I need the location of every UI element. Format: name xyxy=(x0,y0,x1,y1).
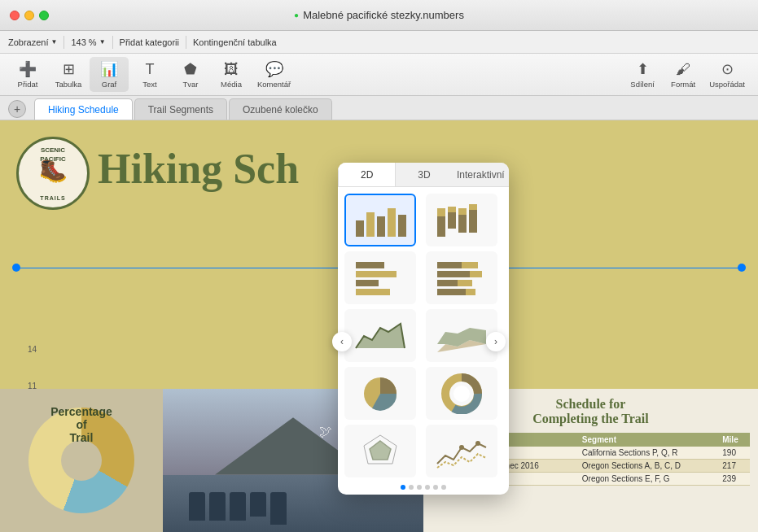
chart-option-area-stacked[interactable] xyxy=(426,309,497,362)
cell-mile-1: 190 xyxy=(718,447,750,460)
share-toolbar-button[interactable]: ⬆ Sdílení xyxy=(623,57,662,92)
share-icon: ⬆ xyxy=(637,60,649,78)
fullscreen-button[interactable] xyxy=(39,11,49,20)
picker-prev-button[interactable]: ‹ xyxy=(332,332,352,351)
format-icon: 🖌 xyxy=(676,61,690,78)
traffic-lights xyxy=(0,11,49,20)
person-4 xyxy=(250,492,266,517)
svg-rect-8 xyxy=(448,207,456,212)
tab-ozubene[interactable]: Ozubené kolečko xyxy=(229,98,332,120)
chart-picker-popup: 2D 3D Interaktivní xyxy=(338,163,509,495)
chart-options-grid xyxy=(338,187,509,480)
donut-chart-icon xyxy=(433,373,490,414)
top-toolbar: Zobrazení ▼ 143 % ▼ Přidat kategorii Kon… xyxy=(0,31,758,54)
picker-tab-3d[interactable]: 3D xyxy=(396,163,452,186)
add-toolbar-button[interactable]: ➕ Přidat xyxy=(8,57,47,92)
titlebar: ● Malebné pacifické stezky.numbers xyxy=(0,0,758,31)
chart-option-horiz-stacked[interactable] xyxy=(426,251,497,304)
chart-icon: 📊 xyxy=(100,60,118,78)
y-label-14: 14 xyxy=(28,345,37,354)
svg-rect-16 xyxy=(356,289,390,295)
picker-dot-4[interactable] xyxy=(425,485,430,490)
view-arrow-icon: ▼ xyxy=(51,38,58,46)
table-toolbar-button[interactable]: ⊞ Tabulka xyxy=(49,57,88,92)
logo-container: SCENICPACIFIC 🥾 TRAILS xyxy=(16,137,90,210)
picker-dot-3[interactable] xyxy=(417,485,422,490)
bird-icon: 🕊 xyxy=(319,425,332,439)
svg-rect-15 xyxy=(356,280,379,286)
chart-option-horiz-bar[interactable] xyxy=(344,251,416,304)
add-category-button[interactable]: Přidat kategorii xyxy=(120,37,179,47)
svg-rect-3 xyxy=(388,208,396,237)
svg-marker-32 xyxy=(370,441,391,460)
svg-rect-0 xyxy=(356,220,364,237)
svg-rect-19 xyxy=(437,271,470,277)
pie-title: Percentage of Trail xyxy=(0,405,163,444)
pie-center xyxy=(61,440,102,481)
svg-rect-1 xyxy=(366,212,375,237)
pie-chart-icon xyxy=(352,373,409,414)
radar-chart-icon xyxy=(352,431,409,472)
svg-rect-2 xyxy=(377,216,385,237)
size-arrow-icon: ▼ xyxy=(99,38,106,46)
organize-toolbar-button[interactable]: ⊙ Uspořádat xyxy=(704,57,750,92)
picker-dot-1[interactable] xyxy=(401,485,405,490)
comment-toolbar-button[interactable]: 💬 Komentář xyxy=(252,57,296,92)
format-toolbar-button[interactable]: 🖌 Formát xyxy=(664,58,703,92)
col-mile: Mile xyxy=(718,433,750,447)
tabs-bar: + Hiking Schedule Trail Segments Ozubené… xyxy=(0,96,758,120)
person-5 xyxy=(270,492,287,525)
view-button[interactable]: Zobrazení ▼ xyxy=(8,37,57,47)
media-icon: 🖼 xyxy=(224,61,239,78)
size-button[interactable]: 143 % ▼ xyxy=(71,37,105,47)
chart-option-bar[interactable] xyxy=(344,194,416,246)
text-icon: T xyxy=(146,61,155,78)
table-icon: ⊞ xyxy=(63,60,75,78)
selection-handle-right[interactable] xyxy=(738,264,746,272)
svg-point-34 xyxy=(475,441,480,446)
picker-tab-2d[interactable]: 2D xyxy=(338,163,396,186)
chart-option-donut[interactable] xyxy=(426,367,497,420)
tab-hiking-schedule[interactable]: Hiking Schedule xyxy=(34,98,133,120)
chart-option-line[interactable] xyxy=(426,425,497,477)
selection-handle-left[interactable] xyxy=(12,264,20,272)
pivot-button[interactable]: Kontingenční tabulka xyxy=(193,37,277,47)
shape-toolbar-button[interactable]: ⬟ Tvar xyxy=(171,57,210,92)
comment-icon: 💬 xyxy=(265,60,283,78)
person-3 xyxy=(230,492,246,521)
chart-option-area[interactable] xyxy=(344,309,416,362)
line-chart-icon xyxy=(433,431,490,472)
window-title: ● Malebné pacifické stezky.numbers xyxy=(294,9,464,21)
horizontal-bar-icon xyxy=(352,258,409,299)
divider xyxy=(64,36,64,49)
text-toolbar-button[interactable]: T Text xyxy=(130,58,169,92)
picker-dot-6[interactable] xyxy=(441,485,446,490)
cell-segment-1: California Sections P, Q, R xyxy=(578,447,718,460)
minimize-button[interactable] xyxy=(24,11,34,20)
svg-rect-9 xyxy=(458,215,467,233)
media-toolbar-button[interactable]: 🖼 Média xyxy=(212,58,251,92)
picker-dot-5[interactable] xyxy=(433,485,438,490)
shape-icon: ⬟ xyxy=(184,60,197,78)
person-2 xyxy=(209,492,226,521)
close-button[interactable] xyxy=(10,11,20,20)
chart-option-stacked-bar[interactable] xyxy=(426,194,497,246)
tab-trail-segments[interactable]: Trail Segments xyxy=(134,98,227,120)
picker-tabs: 2D 3D Interaktivní xyxy=(338,163,509,187)
divider3 xyxy=(186,36,186,49)
picker-next-button[interactable]: › xyxy=(486,332,506,351)
chart-option-radar[interactable] xyxy=(344,425,416,477)
picker-dot-2[interactable] xyxy=(409,485,414,490)
add-sheet-button[interactable]: + xyxy=(8,100,26,118)
svg-rect-6 xyxy=(437,208,445,216)
svg-rect-21 xyxy=(437,280,458,286)
person-1 xyxy=(189,492,205,521)
picker-tab-interactive[interactable]: Interaktivní xyxy=(453,163,509,186)
chart-option-pie[interactable] xyxy=(344,367,416,420)
chart-title: Hiking Sch xyxy=(98,145,299,193)
photo-people xyxy=(189,492,287,525)
logo-bottom-text: TRAILS xyxy=(40,195,65,201)
svg-rect-18 xyxy=(462,262,478,268)
chart-toolbar-button[interactable]: 📊 Graf xyxy=(90,57,129,92)
cell-mile-3: 239 xyxy=(718,473,750,486)
